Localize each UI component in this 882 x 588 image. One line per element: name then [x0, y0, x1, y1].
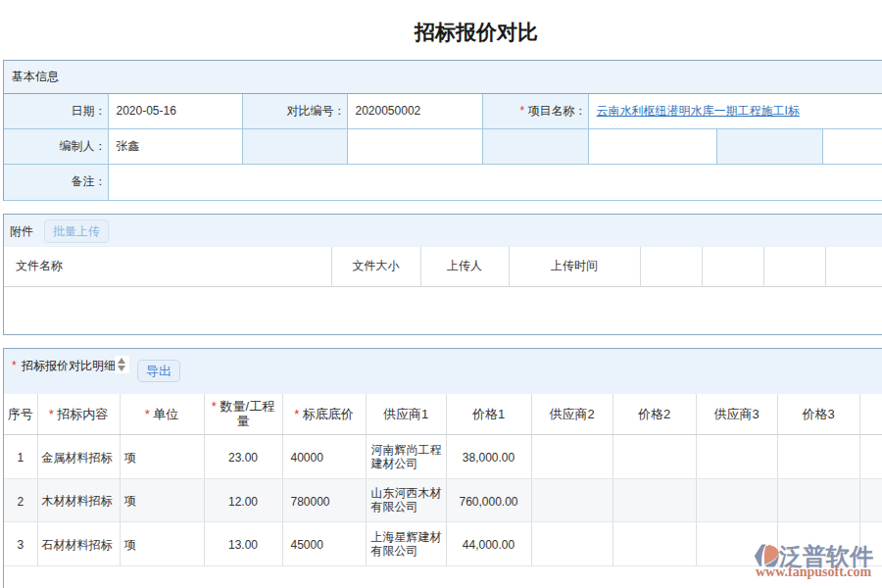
svg-text:www.fanpusoft.com: www.fanpusoft.com — [756, 564, 872, 579]
